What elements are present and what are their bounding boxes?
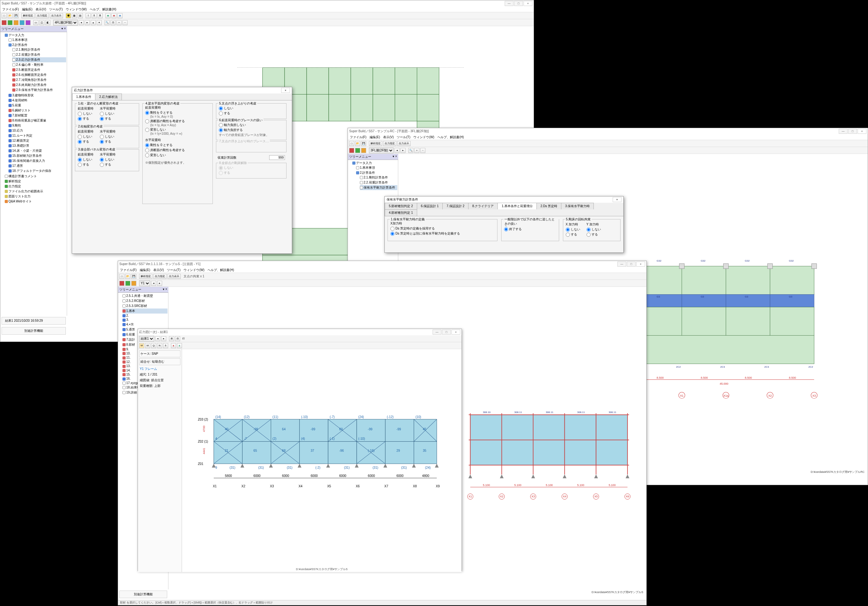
t2a[interactable]: ▭ <box>33 20 39 25</box>
tb-display[interactable]: 出力表示 <box>50 13 63 18</box>
close-btn[interactable]: × <box>524 1 532 6</box>
menu-tool[interactable]: ツール(T) <box>49 7 63 11</box>
svg-text:(31): (31) <box>229 466 235 470</box>
svg-text:45.000: 45.000 <box>720 382 728 385</box>
t2b[interactable]: ◫ <box>39 20 44 25</box>
svg-text:(4): (4) <box>301 437 305 440</box>
grid-c1[interactable] <box>2 20 6 25</box>
tab-basic[interactable]: 1.基本条件 <box>72 93 95 100</box>
tb-i3[interactable]: ▤ <box>78 13 83 18</box>
svg-text:5.100: 5.100 <box>515 484 521 487</box>
tb-e[interactable]: ◆ <box>112 13 116 18</box>
svg-text:-99: -99 <box>368 428 372 431</box>
dlg-close-A[interactable]: × <box>281 88 290 93</box>
tb-output[interactable]: 出力指定 <box>36 13 49 18</box>
tree-root[interactable]: データ入力 <box>8 33 24 37</box>
svg-text:X4: X4 <box>298 485 302 488</box>
up-fl[interactable]: ▴ <box>91 20 96 25</box>
svg-rect-35 <box>770 307 814 335</box>
svg-rect-41 <box>812 263 817 268</box>
tb-i1[interactable]: ⬢ <box>66 13 71 18</box>
svg-text:5.100: 5.100 <box>577 484 584 487</box>
svg-text:(31): (31) <box>344 466 350 470</box>
svg-text:-99: -99 <box>396 428 401 431</box>
min-btn[interactable]: — <box>505 1 513 6</box>
result2-A[interactable]: 別途計算機能 <box>2 327 66 335</box>
grid-c5[interactable] <box>25 20 31 25</box>
svg-rect-4 <box>329 68 351 95</box>
toolbar-A2: ▭ ◫ ◧ 4FL層(3F階) ◂ ▸ ▴ ▾ 🔍 ⊡ ＋ － <box>0 19 534 26</box>
svg-marker-156 <box>412 464 416 468</box>
prev-fl[interactable]: ◂ <box>79 20 84 25</box>
menu-window[interactable]: ウィンドウ(W) <box>66 7 87 11</box>
tb-analysis[interactable]: 解析指定 <box>22 13 35 18</box>
svg-rect-76 <box>470 440 502 465</box>
tab-method[interactable]: 2.応力解析法 <box>95 93 121 100</box>
svg-text:-99: -99 <box>253 428 258 431</box>
conv-count-input[interactable] <box>269 155 285 160</box>
svg-text:(31): (31) <box>372 466 378 470</box>
path-B: D:¥usrdata¥SS7Kカタログ用¥サンプルRC <box>811 470 865 474</box>
svg-text:X3: X3 <box>532 495 535 498</box>
svg-text:-96: -96 <box>339 449 344 453</box>
zoom-fit[interactable]: ⊡ <box>110 20 116 25</box>
svg-text:65: 65 <box>253 449 257 453</box>
tb-d[interactable]: ◆ <box>105 13 110 18</box>
floor-select-A[interactable]: 4FL層(3F階) <box>53 20 78 25</box>
svg-rect-130 <box>299 441 328 464</box>
menu-view[interactable]: 表示(V) <box>36 7 46 11</box>
max-btn[interactable]: □ <box>514 1 523 6</box>
menu-edit[interactable]: 編集(E) <box>22 7 33 11</box>
svg-rect-15 <box>395 95 417 121</box>
svg-text:X3: X3 <box>270 485 274 488</box>
rc-plan: G32G32G32G32 G3G3G3G3 2C22C22C32C32C2 <box>632 259 816 368</box>
menu-help[interactable]: ヘルプ、解説書(H) <box>90 7 116 11</box>
zoom-in[interactable]: 🔍 <box>104 20 110 25</box>
menu-file[interactable]: ファイル(F) <box>2 7 19 11</box>
svg-text:(24): (24) <box>358 415 364 419</box>
tb-f[interactable]: ◆ <box>118 13 122 18</box>
grid-c4[interactable] <box>20 20 25 25</box>
zoom-m[interactable]: － <box>122 20 127 25</box>
svg-text:4: 4 <box>215 437 217 440</box>
grid-c2[interactable] <box>8 20 12 25</box>
svg-rect-13 <box>351 95 373 121</box>
svg-text:37: 37 <box>311 449 315 453</box>
svg-text:2C2: 2C2 <box>809 366 813 368</box>
floor-select-B[interactable]: 3FL層(2F階) <box>369 148 394 153</box>
svg-marker-95 <box>626 474 629 478</box>
tb-b[interactable]: Ⅱ <box>91 13 97 18</box>
tb-new[interactable]: □ <box>2 13 6 18</box>
svg-text:6000: 6000 <box>253 474 261 477</box>
svg-rect-8 <box>417 68 439 95</box>
svg-text:X3: X3 <box>812 394 816 397</box>
svg-text:6000: 6000 <box>396 474 404 477</box>
title-text-A: Super Build／SS7 - サンプル大規模 - [平面図 - 4FL層(… <box>2 1 505 6</box>
t2c[interactable]: ◧ <box>45 20 50 25</box>
svg-text:(-2): (-2) <box>315 466 321 470</box>
svg-text:308.10: 308.10 <box>483 411 491 414</box>
tree-A[interactable]: データ入力 1.基本事項 2.計算条件 2.1.剛性計算条件 2.2.荷重計算条… <box>0 32 67 316</box>
dn-fl[interactable]: ▾ <box>97 20 102 25</box>
tb-save[interactable]: 💾 <box>14 13 19 18</box>
svg-text:9: 9 <box>215 466 217 470</box>
svg-text:G3: G3 <box>789 295 792 298</box>
next-fl[interactable]: ▸ <box>85 20 90 25</box>
svg-rect-36 <box>638 336 814 364</box>
zoom-p[interactable]: ＋ <box>116 20 121 25</box>
svg-text:X2: X2 <box>500 495 504 498</box>
svg-text:(12): (12) <box>244 415 250 419</box>
grid-c3[interactable] <box>14 20 19 25</box>
svg-rect-74 <box>564 415 596 440</box>
result-info-A: 結果1 2021/10/20 16:59:29 <box>2 317 66 325</box>
svg-text:(14): (14) <box>215 415 221 419</box>
svg-text:X7: X7 <box>384 485 389 488</box>
tb-a[interactable]: Ⅰ <box>86 13 91 18</box>
svg-marker-94 <box>594 474 598 478</box>
tb-c[interactable]: Ⅲ <box>98 13 102 18</box>
titlebar-A: Super Build／SS7 - サンプル大規模 - [平面図 - 4FL層(… <box>0 0 534 6</box>
canvas-D[interactable]: (14)(12)(11)(-10)(-7)(24)(-12)(10) 40-99… <box>182 349 462 572</box>
tb-open[interactable]: 📂 <box>8 13 12 18</box>
svg-text:308.11: 308.11 <box>609 411 617 414</box>
tb-i2[interactable]: ▦ <box>72 13 77 18</box>
